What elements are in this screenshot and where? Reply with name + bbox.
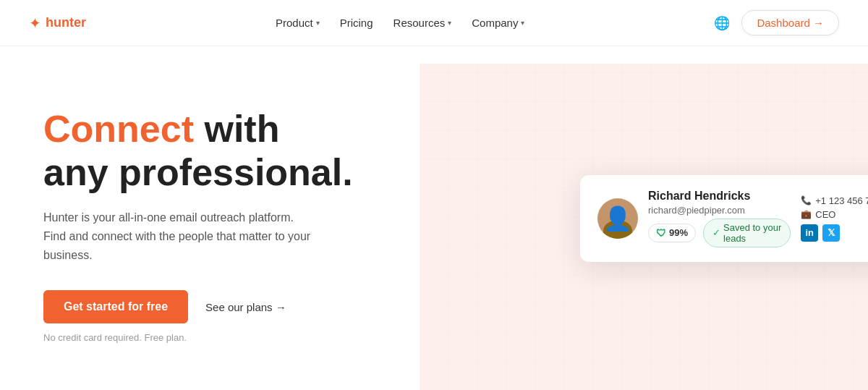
contact-email: richard@piedpiper.com (648, 205, 791, 216)
get-started-button[interactable]: Get started for free (43, 290, 188, 323)
logo-text: hunter (46, 15, 86, 30)
cta-row: Get started for free See our plans → (43, 290, 391, 323)
card-top: Richard Hendricks richard@piedpiper.com … (597, 190, 868, 247)
avatar (597, 198, 638, 239)
linkedin-button[interactable]: in (801, 224, 818, 242)
nav-right: 🌐 Dashboard → (714, 10, 839, 35)
check-icon: ✓ (712, 227, 720, 238)
hero-description: Hunter is your all-in-one email outreach… (43, 208, 318, 264)
chevron-down-icon: ▾ (448, 19, 451, 27)
card-right: 📞 +1 123 456 789 💼 CEO in 𝕏 (801, 195, 868, 242)
navbar: ✦ hunter Product ▾ Pricing Resources ▾ C… (0, 0, 868, 46)
phone-icon: 📞 (801, 195, 812, 205)
nav-links: Product ▾ Pricing Resources ▾ Company ▾ (276, 17, 524, 29)
contact-name: Richard Hendricks (648, 190, 791, 203)
social-icons: in 𝕏 (801, 224, 840, 242)
chevron-down-icon: ▾ (316, 19, 320, 27)
right-panel: Richard Hendricks richard@piedpiper.com … (420, 46, 868, 390)
saved-badge: ✓ Saved to your leads (703, 219, 791, 247)
briefcase-icon: 💼 (801, 209, 812, 219)
score-badge: 🛡 99% (648, 224, 696, 242)
main-content: Connect withany professional. Hunter is … (0, 46, 868, 390)
nav-product[interactable]: Product ▾ (276, 17, 320, 29)
logo-icon: ✦ (29, 14, 41, 32)
dashboard-button[interactable]: Dashboard → (741, 10, 839, 35)
nav-resources[interactable]: Resources ▾ (393, 17, 452, 29)
chevron-down-icon: ▾ (521, 19, 524, 27)
nav-pricing[interactable]: Pricing (340, 17, 373, 29)
contact-card: Richard Hendricks richard@piedpiper.com … (580, 175, 868, 262)
card-info: Richard Hendricks richard@piedpiper.com … (648, 190, 791, 247)
hero-connect-word: Connect (43, 108, 194, 150)
logo-link[interactable]: ✦ hunter (29, 14, 86, 32)
no-credit-card-text: No credit card required. Free plan. (43, 332, 391, 343)
hero-title: Connect withany professional. (43, 108, 391, 195)
top-bar (420, 46, 868, 64)
twitter-button[interactable]: 𝕏 (822, 224, 840, 242)
hero-section: Connect withany professional. Hunter is … (0, 46, 420, 390)
see-plans-link[interactable]: See our plans → (205, 301, 286, 313)
contact-phone: 📞 +1 123 456 789 (801, 195, 868, 206)
contact-role: 💼 CEO (801, 209, 835, 220)
shield-icon: 🛡 (656, 227, 666, 239)
nav-company[interactable]: Company ▾ (472, 17, 524, 29)
card-badges: 🛡 99% ✓ Saved to your leads (648, 219, 791, 247)
language-button[interactable]: 🌐 (714, 15, 730, 31)
